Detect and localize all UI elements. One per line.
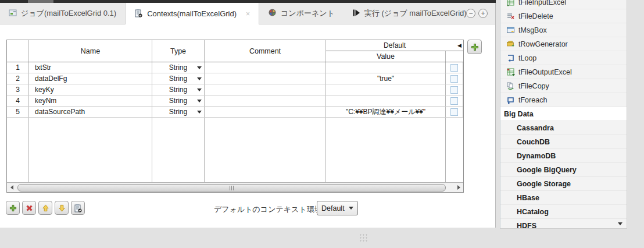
value-cell[interactable]: "true"	[326, 73, 446, 84]
scroll-right-icon[interactable]	[454, 183, 463, 193]
move-down-button[interactable]	[55, 201, 69, 215]
tFileOutputExcel-icon	[506, 68, 515, 77]
table-toolbar	[6, 201, 85, 215]
name-cell[interactable]: keyKy	[29, 84, 152, 95]
tab-close-icon[interactable]: ×	[246, 10, 250, 17]
type-value: String	[169, 97, 187, 105]
filler-cell	[326, 118, 446, 182]
palette-subsection-hbase[interactable]: HBase	[500, 191, 627, 205]
type-cell[interactable]: String	[152, 73, 205, 84]
name-cell[interactable]: dataDelFg	[29, 73, 152, 84]
palette-subsection-google-bigquery[interactable]: Google BigQuery	[500, 163, 627, 177]
type-cell[interactable]: String	[152, 107, 205, 117]
prompt-checkbox[interactable]	[450, 86, 458, 94]
palette-subsection-couchdb[interactable]: CouchDB	[500, 135, 627, 149]
tab-run[interactable]: 実行 (ジョブ mailToExcelGrid)	[344, 3, 475, 24]
header-comment[interactable]: Comment	[205, 40, 326, 62]
red-x-icon	[26, 204, 33, 212]
palette-item-tFileInputExcel[interactable]: tFileInputExcel	[500, 0, 627, 9]
palette-item-label: tFileCopy	[518, 82, 549, 90]
value-cell[interactable]: "C:¥¥BP調達¥¥メール¥¥"	[326, 107, 446, 117]
horizontal-scrollbar[interactable]	[7, 182, 463, 192]
palette-item-tFileOutputExcel[interactable]: tFileOutputExcel	[500, 65, 627, 79]
tab-job-label: ジョブ(mailToExcelGrid 0.1)	[21, 8, 116, 19]
tab-contexts[interactable]: Contexts(mailToExcelGrid) ×	[125, 3, 259, 24]
row-number[interactable]: 3	[7, 84, 29, 95]
comment-cell[interactable]	[205, 107, 326, 117]
type-cell[interactable]: String	[152, 95, 205, 106]
comment-cell[interactable]	[205, 84, 326, 95]
add-variable-button[interactable]	[6, 201, 20, 215]
add-context-group-button[interactable]	[467, 40, 482, 54]
prompt-checkbox[interactable]	[450, 108, 458, 116]
header-name[interactable]: Name	[29, 40, 152, 62]
row-number[interactable]: 4	[7, 95, 29, 106]
palette-subsection-google-storage[interactable]: Google Storage	[500, 177, 627, 191]
header-type[interactable]: Type	[152, 40, 205, 62]
name-cell[interactable]: dataSourcePath	[29, 107, 152, 117]
palette-item-label: tFileDelete	[518, 12, 553, 20]
tab-components-label: コンポーネント	[281, 8, 335, 19]
name-cell[interactable]: txtStr	[29, 62, 152, 73]
type-cell[interactable]: String	[152, 84, 205, 95]
table-row: 1 txtStr String	[7, 62, 463, 73]
row-number[interactable]: 5	[7, 107, 29, 117]
type-dropdown-icon[interactable]	[197, 111, 202, 114]
palette-item-tFileCopy[interactable]: tFileCopy	[500, 79, 627, 93]
palette-subsection-label: HDFS	[517, 222, 536, 229]
talend-contexts-screen: ジョブ(mailToExcelGrid 0.1) Contexts(mailTo…	[0, 0, 644, 248]
collapse-default-column-icon[interactable]: ◀	[457, 42, 461, 48]
minimize-view-button[interactable]: −	[466, 9, 475, 18]
context-env-dropdown[interactable]: Default	[317, 201, 358, 215]
prompt-cell	[446, 73, 463, 84]
palette-subsection-hdfs[interactable]: HDFS	[500, 219, 627, 229]
job-icon	[9, 9, 17, 19]
tab-job[interactable]: ジョブ(mailToExcelGrid 0.1)	[0, 3, 125, 24]
type-dropdown-icon[interactable]	[197, 66, 202, 69]
name-cell[interactable]: keyNm	[29, 95, 152, 106]
type-dropdown-icon[interactable]	[197, 77, 202, 80]
type-cell[interactable]: String	[152, 62, 205, 73]
palette-subsection-hcatalog[interactable]: HCatalog	[500, 205, 627, 219]
prompt-cell	[446, 62, 463, 73]
comment-cell[interactable]	[205, 95, 326, 106]
comment-cell[interactable]	[205, 62, 326, 73]
header-default[interactable]: Default ◀	[326, 40, 463, 51]
prompt-checkbox[interactable]	[450, 75, 458, 83]
scroll-left-icon[interactable]	[7, 183, 16, 193]
table-empty-area	[7, 118, 463, 182]
type-dropdown-icon[interactable]	[197, 88, 202, 91]
type-value: String	[169, 75, 187, 83]
palette-item-tLoop[interactable]: tLoop	[500, 51, 627, 65]
remove-variable-button[interactable]	[22, 201, 36, 215]
row-number[interactable]: 1	[7, 62, 29, 73]
palette-subsection-cassandra[interactable]: Cassandra	[500, 121, 627, 135]
row-number[interactable]: 2	[7, 73, 29, 84]
maximize-view-button[interactable]: +	[478, 9, 488, 18]
palette-subsection-label: HBase	[517, 194, 539, 202]
palette-section-label: Big Data	[504, 110, 534, 118]
tab-run-label: 実行 (ジョブ mailToExcelGrid)	[364, 8, 467, 19]
palette-item-tMsgBox[interactable]: tMsgBox	[500, 23, 627, 37]
prompt-checkbox[interactable]	[450, 64, 458, 72]
manage-contexts-button[interactable]	[71, 201, 85, 215]
comment-cell[interactable]	[205, 73, 326, 84]
value-cell[interactable]	[326, 62, 446, 73]
value-cell[interactable]	[326, 95, 446, 106]
move-up-button[interactable]	[38, 201, 52, 215]
splitter-drag-handle[interactable]	[359, 233, 367, 243]
scrollbar-thumb[interactable]	[17, 184, 446, 192]
type-dropdown-icon[interactable]	[197, 100, 202, 102]
palette-subsection-dynamodb[interactable]: DynamoDB	[500, 149, 627, 163]
value-cell[interactable]	[326, 84, 446, 95]
palette-item-tFileDelete[interactable]: tFileDelete	[500, 9, 627, 23]
prompt-checkbox[interactable]	[450, 97, 458, 105]
palette-item-tRowGenerator[interactable]: tRowGenerator	[500, 37, 627, 51]
header-value[interactable]: Value	[326, 51, 446, 62]
palette-scroll-down-icon[interactable]	[618, 222, 622, 225]
tab-components[interactable]: コンポーネント	[259, 3, 344, 24]
palette-section-big-data[interactable]: Big Data	[500, 107, 627, 121]
palette-item-tForeach[interactable]: tForeach	[500, 93, 627, 107]
table-row: 3 keyKy String	[7, 84, 463, 95]
tLoop-icon	[506, 54, 515, 63]
